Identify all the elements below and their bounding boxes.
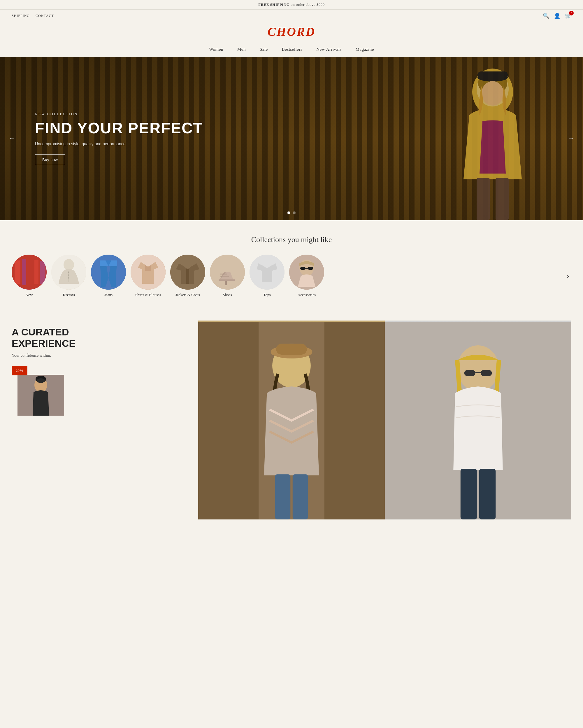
user-icon: 👤 [554,13,560,19]
svg-rect-48 [293,474,308,519]
collection-label-accessories: Accessories [298,292,316,297]
curated-text: A CURATED EXPERIENCE Your confidence wit… [12,320,198,519]
hero-next-button[interactable]: → [568,135,574,142]
account-button[interactable]: 👤 [554,12,560,19]
curated-center-image [198,320,385,519]
collections-next-button[interactable]: › [565,273,571,280]
nav-magazine[interactable]: Magazine [356,47,374,52]
svg-rect-46 [276,344,307,355]
collection-item-new[interactable]: New [12,255,47,297]
collections-title: Collections you might like [12,235,571,244]
collections-section: Collections you might like New [0,220,583,309]
curated-heading: A CURATED EXPERIENCE [12,327,190,349]
announcement-bar: FREE SHIPPING on order above $999 [0,0,583,10]
hero-dot-1[interactable] [287,211,290,214]
svg-point-18 [68,275,70,276]
hero-cta-button[interactable]: Buy now [35,154,65,165]
nav-bestsellers[interactable]: Bestsellers [282,47,303,52]
svg-point-51 [457,345,499,391]
collection-circle-shirts [131,255,166,290]
hero-model [432,63,554,220]
svg-point-7 [481,81,504,106]
svg-rect-33 [300,267,305,270]
utility-nav-right: 🔍 👤 🛒 0 [543,12,571,19]
hero-dot-2[interactable] [293,211,296,214]
svg-rect-42 [198,322,258,519]
main-nav: Women Men Sale Bestsellers New Arrivals … [0,43,583,57]
svg-rect-13 [40,261,46,284]
nav-sale[interactable]: Sale [260,47,268,52]
hero-section: NEW COLLECTION FIND YOUR PERFECT Uncompr… [0,57,583,220]
collection-circle-tops [250,255,284,290]
shipping-link[interactable]: SHIPPING [12,14,30,18]
collection-item-jackets[interactable]: Jackets & Coats [170,255,205,297]
svg-point-19 [68,277,70,279]
curated-section: A CURATED EXPERIENCE Your confidence wit… [0,309,583,519]
cart-button[interactable]: 🛒 0 [565,12,571,19]
collection-label-jeans: Jeans [104,292,113,297]
curated-right-image [385,320,571,519]
svg-rect-10 [22,259,26,285]
logo[interactable]: CHORD [0,25,583,39]
svg-rect-24 [186,269,189,284]
collection-label-shoes: Shoes [223,292,232,297]
collection-item-tops[interactable]: Tops [250,255,284,297]
hero-prev-button[interactable]: ← [9,135,15,142]
svg-point-39 [37,378,45,383]
collection-circle-new [12,255,47,290]
announcement-text-bold: FREE SHIPPING [258,2,289,7]
hero-content: NEW COLLECTION FIND YOUR PERFECT Uncompr… [0,112,203,165]
svg-point-20 [91,255,126,290]
collection-item-shirts[interactable]: Shirts & Blouses [131,255,166,297]
svg-rect-29 [220,274,227,275]
svg-point-17 [68,271,70,273]
collection-label-new: New [26,292,33,297]
curated-badge-container: 20% [12,366,70,413]
collections-row: New Dresses [12,255,571,297]
svg-rect-55 [461,469,477,519]
collection-label-shirts: Shirts & Blouses [135,292,161,297]
svg-rect-28 [220,276,229,277]
svg-rect-27 [219,280,235,281]
search-button[interactable]: 🔍 [543,12,549,19]
svg-rect-56 [479,469,496,519]
hero-subtitle: Uncompromising in style, quality and per… [35,141,203,146]
collection-circle-jeans [91,255,126,290]
utility-nav: SHIPPING CONTACT 🔍 👤 🛒 0 [0,10,583,22]
nav-women[interactable]: Women [209,47,223,52]
svg-rect-53 [481,370,492,376]
collection-label-tops: Tops [263,292,271,297]
cart-badge: 0 [569,11,574,16]
search-icon: 🔍 [543,13,549,19]
utility-nav-left: SHIPPING CONTACT [12,14,54,18]
collection-item-dresses[interactable]: Dresses [51,255,86,297]
curated-small-image [18,375,64,416]
collection-item-jeans[interactable]: Jeans [91,255,126,297]
hero-dots [287,211,296,214]
collection-circle-dresses [51,255,86,290]
announcement-text: on order above $999 [290,2,325,7]
collection-circle-accessories [289,255,324,290]
svg-rect-3 [477,178,490,220]
collection-label-dresses: Dresses [63,292,75,297]
svg-rect-9 [15,260,20,284]
collection-item-shoes[interactable]: Shoes [210,255,245,297]
collection-item-accessories[interactable]: Accessories [289,255,324,297]
svg-rect-52 [464,370,475,376]
contact-link[interactable]: CONTACT [35,14,54,18]
svg-rect-12 [34,260,38,284]
collections-scroll: New Dresses [12,255,565,297]
hero-label: NEW COLLECTION [35,112,203,116]
collection-circle-jackets [170,255,205,290]
curated-discount-badge: 20% [12,366,27,375]
nav-new-arrivals[interactable]: New Arrivals [316,47,341,52]
collection-circle-shoes [210,255,245,290]
svg-rect-47 [275,474,290,519]
svg-rect-6 [477,72,508,79]
curated-subtitle: Your confidence within. [12,353,190,358]
svg-rect-11 [28,262,33,284]
logo-section: CHORD [0,22,583,43]
svg-rect-4 [496,178,509,220]
hero-title: FIND YOUR PERFECT [35,120,203,136]
nav-men[interactable]: Men [237,47,246,52]
